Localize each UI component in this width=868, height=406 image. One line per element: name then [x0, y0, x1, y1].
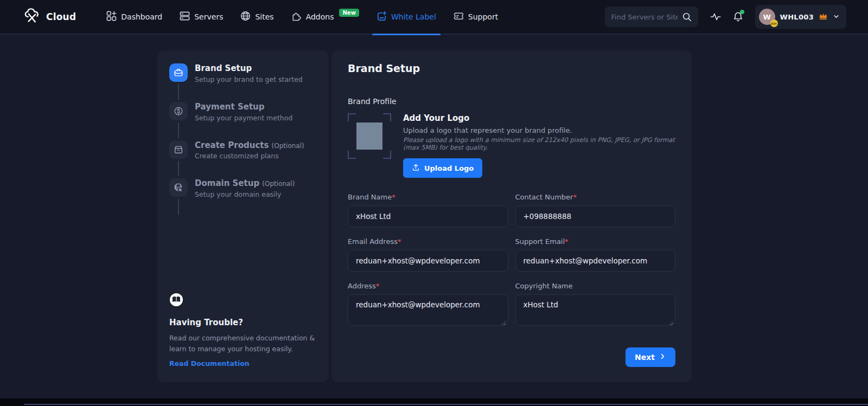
products-box-icon: [169, 140, 188, 159]
nav-item-support[interactable]: Support: [445, 0, 507, 34]
notifications-bell-icon[interactable]: [733, 11, 743, 22]
brand-profile-form: Brand Name* Contact Number* Email Addres…: [348, 193, 675, 328]
upload-logo-button[interactable]: Upload Logo: [403, 158, 482, 178]
documentation-book-icon: [169, 299, 183, 309]
frame-corner: [383, 151, 391, 159]
contact-number-label: Contact Number*: [515, 193, 676, 201]
new-badge: New: [339, 9, 359, 17]
help-text: Read our comprehensive documentation & l…: [169, 333, 317, 354]
step-title: Domain Setup: [195, 178, 259, 188]
support-email-field: Support Email*: [515, 237, 676, 272]
brand-name-label: Brand Name*: [348, 193, 508, 201]
puzzle-icon: [291, 11, 302, 23]
help-title: Having Trouble?: [169, 318, 317, 327]
dashboard-icon: [106, 11, 117, 23]
white-label-icon: [376, 11, 387, 23]
step-subtitle: Setup your domain easily: [195, 190, 295, 198]
user-menu[interactable]: W RM WHL003: [755, 5, 846, 29]
global-search[interactable]: [605, 7, 698, 27]
page-title: Brand Setup: [348, 62, 675, 74]
nav-label: White Label: [391, 12, 436, 21]
nav-label: Servers: [194, 12, 223, 21]
step-title: Create Products: [195, 140, 269, 150]
logo-upload-row: Add Your Logo Upload a logo that represe…: [348, 113, 675, 178]
page-content: Brand Setup Setup your brand to get star…: [0, 35, 868, 382]
brand-name-input[interactable]: [348, 205, 508, 227]
avatar-initial: W: [763, 13, 770, 21]
next-button-label: Next: [635, 353, 655, 362]
user-name: WHL003: [780, 13, 814, 21]
setup-steps-panel: Brand Setup Setup your brand to get star…: [157, 50, 329, 382]
frame-corner: [348, 151, 356, 159]
step-domain-setup[interactable]: Domain Setup (Optional) Setup your domai…: [169, 178, 317, 217]
copyright-name-label: Copyright Name: [515, 282, 676, 290]
notification-dot: [740, 10, 744, 14]
briefcase-icon: [169, 63, 188, 82]
add-logo-note: Please upload a logo with a minimum size…: [403, 136, 675, 151]
xcloud-logo-icon: [24, 8, 42, 26]
brand-name: Cloud: [46, 11, 76, 22]
add-logo-heading: Add Your Logo: [403, 113, 675, 123]
brand-profile-label: Brand Profile: [348, 97, 675, 106]
nav-label: Addons: [306, 12, 334, 21]
domain-globe-icon: [169, 178, 188, 197]
avatar: W RM: [759, 9, 775, 25]
address-label: Address*: [348, 282, 508, 290]
add-logo-subtitle: Upload a logo that represent your brand …: [403, 126, 675, 134]
step-payment-setup[interactable]: Payment Setup Setup your payment method: [169, 102, 317, 140]
logo-placeholder-image: [356, 123, 382, 150]
avatar-role-badge: RM: [770, 20, 778, 27]
activity-icon[interactable]: [710, 11, 721, 22]
logo-preview: [348, 113, 391, 159]
chevron-right-icon: [659, 353, 666, 362]
crown-icon: [819, 12, 828, 22]
navbar-right: W RM WHL003: [605, 5, 846, 29]
brand-name-field: Brand Name*: [348, 193, 508, 227]
step-optional-tag: (Optional): [272, 142, 304, 150]
upload-icon: [412, 163, 420, 173]
main-navigation: Dashboard Servers Sites: [98, 0, 507, 34]
support-email-input[interactable]: [515, 250, 676, 272]
support-email-label: Support Email*: [515, 237, 676, 246]
step-optional-tag: (Optional): [262, 180, 295, 188]
step-create-products[interactable]: Create Products (Optional) Create custom…: [169, 140, 317, 179]
frame-corner: [348, 113, 356, 121]
dollar-circle-icon: [169, 102, 188, 120]
contact-number-field: Contact Number*: [515, 193, 676, 227]
next-button[interactable]: Next: [626, 347, 675, 367]
address-textarea[interactable]: reduan+xhost@wpdeveloper.com: [348, 294, 508, 326]
nav-label: Support: [468, 12, 498, 21]
search-input[interactable]: [611, 13, 678, 21]
copyright-textarea-wrap: xHost Ltd: [515, 294, 676, 328]
chevron-down-icon: [833, 12, 840, 22]
search-icon[interactable]: [682, 12, 692, 22]
nav-item-sites[interactable]: Sites: [232, 0, 282, 34]
nav-item-white-label[interactable]: White Label: [368, 0, 445, 34]
app-window: Cloud Dashboard Serv: [0, 0, 868, 398]
address-textarea-wrap: reduan+xhost@wpdeveloper.com: [348, 294, 508, 328]
step-brand-setup[interactable]: Brand Setup Setup your brand to get star…: [169, 63, 317, 102]
servers-icon: [180, 11, 190, 23]
form-footer: Next: [348, 347, 675, 367]
globe-icon: [240, 11, 251, 23]
read-documentation-link[interactable]: Read Documentation: [169, 359, 250, 368]
nav-item-servers[interactable]: Servers: [171, 0, 232, 34]
email-address-input[interactable]: [348, 250, 508, 272]
frame-corner: [383, 113, 391, 121]
step-subtitle: Setup your payment method: [195, 114, 292, 122]
step-title: Brand Setup: [195, 63, 252, 73]
address-field: Address* reduan+xhost@wpdeveloper.com: [348, 282, 508, 328]
step-title: Payment Setup: [195, 102, 264, 112]
copyright-name-field: Copyright Name xHost Ltd: [515, 282, 676, 328]
top-navbar: Cloud Dashboard Serv: [0, 0, 868, 35]
nav-item-dashboard[interactable]: Dashboard: [98, 0, 171, 34]
email-address-label: Email Address*: [348, 237, 508, 246]
brand-setup-panel: Brand Setup Brand Profile Add Your Logo …: [331, 50, 692, 382]
brand-logo[interactable]: Cloud: [24, 8, 76, 26]
ticket-icon: [454, 11, 464, 23]
copyright-name-textarea[interactable]: xHost Ltd: [515, 294, 676, 326]
window-bottom-edge: [0, 398, 868, 406]
nav-item-addons[interactable]: Addons New: [283, 0, 368, 34]
nav-label: Dashboard: [121, 12, 162, 21]
contact-number-input[interactable]: [515, 205, 676, 227]
